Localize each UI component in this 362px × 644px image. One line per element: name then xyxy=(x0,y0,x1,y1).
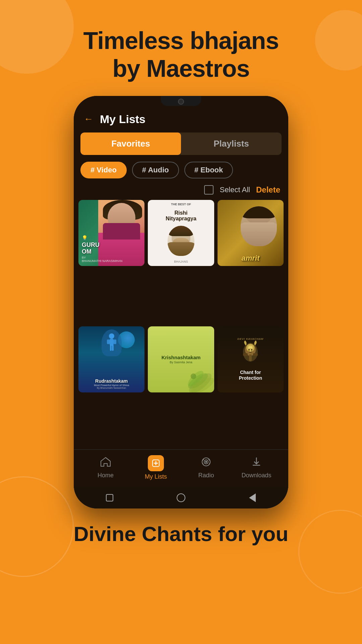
svg-rect-1 xyxy=(110,339,114,345)
album-grid: 💡 GURUOM BYBHANUMATHI NARASIMHAN THE BES… xyxy=(74,200,288,449)
devi-top-label: DEVI KAVACHAM xyxy=(237,337,263,340)
krishna-author: By Sasmita Jena xyxy=(170,361,192,364)
bottom-nav: Home My Lists xyxy=(74,449,288,487)
select-all-checkbox[interactable] xyxy=(204,185,214,195)
album-card-krishna[interactable]: Krishnashtakam By Sasmita Jena xyxy=(148,326,214,392)
album-card-amrit[interactable]: amrit xyxy=(218,200,284,266)
svg-point-14 xyxy=(248,345,253,352)
svg-rect-19 xyxy=(243,353,248,356)
guru-om-title: GURUOM xyxy=(82,242,100,255)
tabs-row: Favorites Playlists xyxy=(80,132,282,155)
filter-row: # Video # Audio # Ebook xyxy=(74,162,288,185)
page-headline: Timeless bhajans by Maestros xyxy=(0,0,362,96)
download-icon xyxy=(251,457,262,470)
nav-my-lists[interactable]: My Lists xyxy=(139,455,173,480)
krishna-title: Krishnashtakam xyxy=(162,355,201,361)
album-card-rudra[interactable]: Rudrashtakam Most Powerful Hymn of Shiva… xyxy=(78,326,144,392)
tab-favorites[interactable]: Favorites xyxy=(80,132,181,155)
guru-om-icon: 💡 xyxy=(82,235,87,240)
android-square-btn[interactable] xyxy=(104,492,116,504)
feather-decoration xyxy=(168,346,214,392)
nav-downloads[interactable]: Downloads xyxy=(240,457,273,479)
svg-rect-15 xyxy=(248,346,252,348)
bottom-tagline: Divine Chants for you xyxy=(0,508,362,546)
amrit-face xyxy=(241,206,277,246)
rudra-author: By Bhanumathi Narasimhan xyxy=(97,387,126,389)
rishi-face xyxy=(168,226,194,256)
android-back-btn[interactable] xyxy=(246,492,258,504)
album-card-devi[interactable]: DEVI KAVACHAM xyxy=(218,326,284,392)
rudra-title: Rudrashtakam xyxy=(95,378,128,384)
rudra-figure xyxy=(102,329,122,356)
svg-rect-20 xyxy=(253,353,258,356)
phone-camera xyxy=(178,99,184,105)
radio-icon xyxy=(201,457,212,470)
phone-screen: ← My Lists Favorites Playlists # Video xyxy=(74,96,288,508)
svg-point-24 xyxy=(205,461,207,463)
svg-point-0 xyxy=(109,333,114,339)
nav-downloads-label: Downloads xyxy=(241,472,271,479)
svg-point-17 xyxy=(251,349,252,351)
phone-notch xyxy=(161,96,201,106)
rishi-top-text: THE BEST OF xyxy=(171,203,191,206)
amrit-title: amrit xyxy=(241,254,259,263)
nav-radio-label: Radio xyxy=(198,472,214,479)
rishi-name: RishiNityapragya xyxy=(166,210,196,222)
guru-om-subtitle: BYBHANUMATHI NARASIMHAN xyxy=(82,256,122,263)
svg-rect-5 xyxy=(112,345,114,351)
album-card-guru-om[interactable]: 💡 GURUOM BYBHANUMATHI NARASIMHAN xyxy=(78,200,144,266)
svg-rect-18 xyxy=(249,355,252,361)
rudra-subtitle: Most Powerful Hymn of Shiva xyxy=(94,384,129,387)
nav-my-lists-label: My Lists xyxy=(145,473,167,480)
svg-point-10 xyxy=(190,373,196,379)
phone-mockup: ← My Lists Favorites Playlists # Video xyxy=(0,96,362,508)
filter-video[interactable]: # Video xyxy=(80,162,127,178)
rishi-label: BHAJANS xyxy=(174,260,188,263)
svg-rect-4 xyxy=(110,345,112,351)
nav-home[interactable]: Home xyxy=(89,457,122,479)
home-icon xyxy=(100,457,111,470)
select-all-label: Select All xyxy=(220,185,250,194)
android-home-btn[interactable] xyxy=(175,492,187,504)
svg-rect-2 xyxy=(107,339,110,344)
svg-rect-3 xyxy=(114,339,116,344)
devi-title: Chant forProtection xyxy=(239,370,262,381)
android-nav-bar xyxy=(74,487,288,508)
screen-title: My Lists xyxy=(100,113,145,126)
nav-home-label: Home xyxy=(98,472,114,479)
svg-point-16 xyxy=(248,349,250,351)
delete-button[interactable]: Delete xyxy=(256,185,280,195)
my-lists-icon xyxy=(148,455,164,471)
nav-radio[interactable]: Radio xyxy=(189,457,223,479)
filter-audio[interactable]: # Audio xyxy=(132,162,179,178)
filter-ebook[interactable]: # Ebook xyxy=(184,162,233,178)
select-row: Select All Delete xyxy=(74,185,288,200)
back-button[interactable]: ← xyxy=(84,114,93,124)
devi-icon xyxy=(240,340,260,368)
tab-playlists[interactable]: Playlists xyxy=(181,132,282,155)
album-card-rishi[interactable]: THE BEST OF RishiNityapragya BHAJANS xyxy=(148,200,214,266)
